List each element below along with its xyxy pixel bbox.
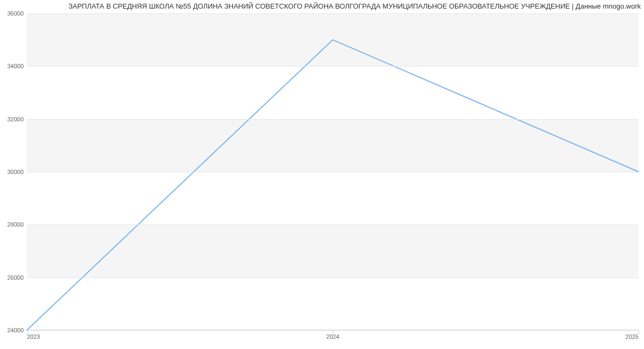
chart-plot-area: 2400026000280003000032000340003600020232… <box>27 13 639 330</box>
y-tick-label: 36000 <box>7 10 24 17</box>
y-gridline <box>27 278 639 278</box>
y-gridline <box>27 119 639 120</box>
x-tick-label: 2023 <box>27 333 40 340</box>
y-gridline <box>27 66 639 67</box>
x-tick-mark <box>639 330 639 335</box>
x-tick-mark <box>27 330 27 335</box>
y-tick-label: 34000 <box>7 63 24 69</box>
x-tick-mark <box>333 330 333 335</box>
y-tick-label: 28000 <box>7 221 24 228</box>
y-gridline <box>27 224 639 225</box>
y-tick-label: 30000 <box>7 169 24 175</box>
y-tick-label: 26000 <box>7 274 24 281</box>
y-gridline <box>27 13 639 14</box>
x-tick-label: 2025 <box>626 333 639 340</box>
chart-title: ЗАРПЛАТА В СРЕДНЯЯ ШКОЛА №55 ДОЛИНА ЗНАН… <box>3 2 641 10</box>
series-line <box>27 40 639 330</box>
y-tick-label: 32000 <box>7 116 24 122</box>
chart-container: ЗАРПЛАТА В СРЕДНЯЯ ШКОЛА №55 ДОЛИНА ЗНАН… <box>0 0 644 349</box>
y-gridline <box>27 172 639 172</box>
y-tick-label: 24000 <box>7 327 24 333</box>
